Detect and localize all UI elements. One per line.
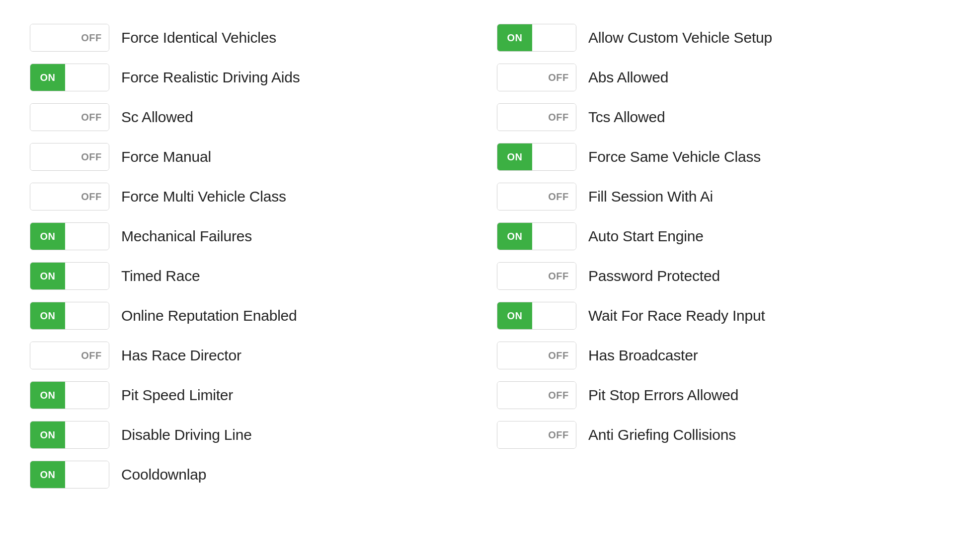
- main-container: OFFForce Identical VehiclesONForce Reali…: [30, 20, 924, 492]
- toggle-empty-side: [497, 382, 541, 409]
- toggle-row-sc-allowed: OFFSc Allowed: [30, 99, 457, 135]
- toggle-switch-allow-custom-vehicle-setup[interactable]: ON: [497, 24, 576, 52]
- toggle-switch-fill-session-with-ai[interactable]: OFF: [497, 183, 576, 210]
- toggle-switch-abs-allowed[interactable]: OFF: [497, 64, 576, 91]
- toggle-label-auto-start-engine: Auto Start Engine: [588, 228, 704, 245]
- toggle-row-mechanical-failures: ONMechanical Failures: [30, 218, 457, 254]
- toggle-off-side: [65, 223, 109, 250]
- toggle-off-side: [65, 461, 109, 488]
- toggle-label-force-identical-vehicles: Force Identical Vehicles: [121, 29, 276, 46]
- toggle-switch-pit-speed-limiter[interactable]: ON: [30, 381, 109, 409]
- toggle-off-side: [65, 302, 109, 329]
- toggle-off-indicator: OFF: [541, 421, 576, 448]
- toggle-row-force-manual: OFFForce Manual: [30, 139, 457, 175]
- toggle-label-allow-custom-vehicle-setup: Allow Custom Vehicle Setup: [588, 29, 772, 46]
- toggle-switch-has-race-director[interactable]: OFF: [30, 342, 109, 369]
- toggle-off-indicator: OFF: [74, 143, 109, 170]
- toggle-off-side: [532, 24, 576, 51]
- toggle-switch-tcs-allowed[interactable]: OFF: [497, 103, 576, 131]
- toggle-label-force-manual: Force Manual: [121, 148, 211, 165]
- toggle-empty-side: [30, 342, 74, 369]
- toggle-switch-force-multi-vehicle-class[interactable]: OFF: [30, 183, 109, 210]
- toggle-off-indicator: OFF: [74, 24, 109, 51]
- toggle-switch-auto-start-engine[interactable]: ON: [497, 222, 576, 250]
- toggle-empty-side: [497, 263, 541, 289]
- toggle-empty-side: [30, 183, 74, 210]
- toggle-empty-side: [497, 183, 541, 210]
- toggle-label-force-same-vehicle-class: Force Same Vehicle Class: [588, 148, 761, 165]
- toggle-off-indicator: OFF: [541, 183, 576, 210]
- toggle-row-tcs-allowed: OFFTcs Allowed: [497, 99, 924, 135]
- toggle-on-indicator: ON: [30, 263, 65, 289]
- toggle-off-indicator: OFF: [74, 183, 109, 210]
- toggle-empty-side: [30, 104, 74, 131]
- toggle-switch-anti-griefing-collisions[interactable]: OFF: [497, 421, 576, 449]
- toggle-row-has-race-director: OFFHas Race Director: [30, 338, 457, 373]
- toggle-label-password-protected: Password Protected: [588, 268, 720, 284]
- toggle-row-online-reputation-enabled: ONOnline Reputation Enabled: [30, 298, 457, 334]
- toggle-off-side: [65, 64, 109, 91]
- toggle-on-indicator: ON: [30, 382, 65, 409]
- toggle-empty-side: [497, 104, 541, 131]
- toggle-switch-force-identical-vehicles[interactable]: OFF: [30, 24, 109, 52]
- toggle-switch-has-broadcaster[interactable]: OFF: [497, 342, 576, 369]
- toggle-label-force-multi-vehicle-class: Force Multi Vehicle Class: [121, 188, 286, 205]
- toggle-empty-side: [30, 24, 74, 51]
- toggle-empty-side: [30, 143, 74, 170]
- toggle-off-side: [65, 421, 109, 448]
- toggle-on-indicator: ON: [497, 302, 532, 329]
- toggle-on-indicator: ON: [497, 143, 532, 170]
- toggle-row-has-broadcaster: OFFHas Broadcaster: [497, 338, 924, 373]
- toggle-label-online-reputation-enabled: Online Reputation Enabled: [121, 307, 297, 324]
- toggle-label-mechanical-failures: Mechanical Failures: [121, 228, 252, 245]
- toggle-row-force-multi-vehicle-class: OFFForce Multi Vehicle Class: [30, 179, 457, 214]
- toggle-switch-wait-for-race-ready-input[interactable]: ON: [497, 302, 576, 330]
- toggle-row-anti-griefing-collisions: OFFAnti Griefing Collisions: [497, 417, 924, 453]
- toggle-row-timed-race: ONTimed Race: [30, 258, 457, 294]
- toggle-empty-side: [497, 64, 541, 91]
- toggle-row-auto-start-engine: ONAuto Start Engine: [497, 218, 924, 254]
- toggle-on-indicator: ON: [30, 223, 65, 250]
- toggle-label-timed-race: Timed Race: [121, 268, 200, 284]
- toggle-switch-force-manual[interactable]: OFF: [30, 143, 109, 171]
- toggle-switch-online-reputation-enabled[interactable]: ON: [30, 302, 109, 330]
- toggle-empty-side: [497, 342, 541, 369]
- toggle-off-indicator: OFF: [541, 104, 576, 131]
- toggle-row-pit-speed-limiter: ONPit Speed Limiter: [30, 377, 457, 413]
- toggle-row-pit-stop-errors-allowed: OFFPit Stop Errors Allowed: [497, 377, 924, 413]
- toggle-label-pit-speed-limiter: Pit Speed Limiter: [121, 387, 233, 404]
- toggle-row-cooldownlap: ONCooldownlap: [30, 457, 457, 492]
- toggle-row-force-same-vehicle-class: ONForce Same Vehicle Class: [497, 139, 924, 175]
- toggle-switch-timed-race[interactable]: ON: [30, 262, 109, 290]
- toggle-label-pit-stop-errors-allowed: Pit Stop Errors Allowed: [588, 387, 738, 404]
- toggle-row-disable-driving-line: ONDisable Driving Line: [30, 417, 457, 453]
- toggle-label-tcs-allowed: Tcs Allowed: [588, 109, 665, 126]
- toggle-label-has-race-director: Has Race Director: [121, 347, 241, 364]
- toggle-switch-sc-allowed[interactable]: OFF: [30, 103, 109, 131]
- right-column: ONAllow Custom Vehicle SetupOFFAbs Allow…: [497, 20, 924, 492]
- toggle-off-side: [65, 263, 109, 289]
- toggle-switch-cooldownlap[interactable]: ON: [30, 461, 109, 489]
- toggle-switch-disable-driving-line[interactable]: ON: [30, 421, 109, 449]
- toggle-off-side: [532, 143, 576, 170]
- toggle-on-indicator: ON: [30, 461, 65, 488]
- toggle-label-has-broadcaster: Has Broadcaster: [588, 347, 698, 364]
- toggle-on-indicator: ON: [497, 223, 532, 250]
- toggle-row-wait-for-race-ready-input: ONWait For Race Ready Input: [497, 298, 924, 334]
- toggle-off-indicator: OFF: [74, 342, 109, 369]
- toggle-off-indicator: OFF: [541, 342, 576, 369]
- toggle-off-indicator: OFF: [541, 64, 576, 91]
- toggle-switch-force-realistic-driving-aids[interactable]: ON: [30, 64, 109, 91]
- toggle-empty-side: [497, 421, 541, 448]
- toggle-label-disable-driving-line: Disable Driving Line: [121, 426, 252, 443]
- toggle-switch-force-same-vehicle-class[interactable]: ON: [497, 143, 576, 171]
- toggle-off-side: [532, 302, 576, 329]
- toggle-label-force-realistic-driving-aids: Force Realistic Driving Aids: [121, 69, 300, 86]
- toggle-off-side: [532, 223, 576, 250]
- toggle-switch-password-protected[interactable]: OFF: [497, 262, 576, 290]
- toggle-switch-pit-stop-errors-allowed[interactable]: OFF: [497, 381, 576, 409]
- toggle-off-indicator: OFF: [541, 382, 576, 409]
- toggle-row-force-realistic-driving-aids: ONForce Realistic Driving Aids: [30, 60, 457, 95]
- toggle-label-cooldownlap: Cooldownlap: [121, 466, 206, 483]
- toggle-switch-mechanical-failures[interactable]: ON: [30, 222, 109, 250]
